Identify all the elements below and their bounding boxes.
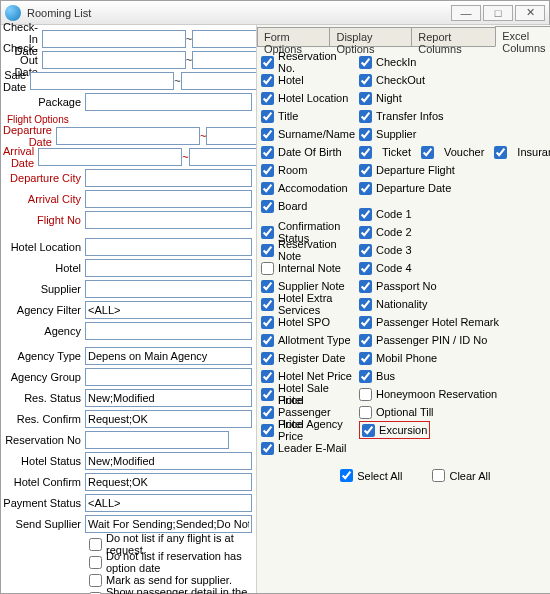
excel-col-checkbox[interactable]	[261, 370, 274, 383]
excel-col-checkbox[interactable]	[359, 244, 372, 257]
excel-col-checkbox[interactable]	[261, 280, 274, 293]
excel-col-checkbox[interactable]	[494, 146, 507, 159]
excel-col-item[interactable]: Code 4	[359, 259, 550, 277]
excel-col-checkbox[interactable]	[359, 316, 372, 329]
excel-col-checkbox[interactable]	[261, 244, 274, 257]
excel-col-checkbox[interactable]	[261, 406, 274, 419]
paystatus-input[interactable]	[85, 494, 252, 512]
excel-col-item[interactable]: Bus	[359, 367, 550, 385]
checkin-from[interactable]	[42, 30, 186, 48]
excel-col-item[interactable]: Code 2	[359, 223, 550, 241]
select-all-checkbox[interactable]	[340, 469, 353, 482]
excel-col-checkbox[interactable]	[359, 334, 372, 347]
excel-col-item[interactable]: CheckIn	[359, 53, 550, 71]
tab-excel-columns[interactable]: Excel Columns	[495, 26, 550, 47]
excel-col-item[interactable]: Supplier	[359, 125, 550, 143]
resconfirm-input[interactable]	[85, 410, 252, 428]
excel-col-item[interactable]: Title	[261, 107, 355, 125]
excel-col-checkbox[interactable]	[359, 388, 372, 401]
excel-col-item[interactable]: Allotment Type	[261, 331, 355, 349]
chk-no-option-date[interactable]	[89, 556, 102, 569]
excel-col-checkbox[interactable]	[421, 146, 434, 159]
excel-col-checkbox[interactable]	[261, 442, 274, 455]
excel-col-checkbox[interactable]	[261, 92, 274, 105]
excel-col-checkbox[interactable]	[261, 128, 274, 141]
excel-col-checkbox[interactable]	[359, 164, 372, 177]
hotel-input[interactable]	[85, 259, 252, 277]
excel-col-checkbox[interactable]	[359, 262, 372, 275]
excel-col-item[interactable]: Transfer Infos	[359, 107, 550, 125]
excel-col-checkbox[interactable]	[359, 370, 372, 383]
arrcity-input[interactable]	[85, 190, 252, 208]
excel-col-checkbox[interactable]	[261, 298, 274, 311]
excel-col-item[interactable]: Mobil Phone	[359, 349, 550, 367]
excel-col-item[interactable]: Code 1	[359, 205, 550, 223]
supplier-input[interactable]	[85, 280, 252, 298]
excel-col-checkbox[interactable]	[261, 56, 274, 69]
depdate-from[interactable]	[56, 127, 200, 145]
excel-col-item[interactable]: Room	[261, 161, 355, 179]
excel-col-checkbox[interactable]	[359, 182, 372, 195]
select-all-button[interactable]: Select All	[340, 469, 402, 482]
excel-col-checkbox[interactable]	[261, 164, 274, 177]
excel-col-checkbox[interactable]	[261, 182, 274, 195]
excel-col-item[interactable]: Leader E-Mail	[261, 439, 355, 457]
excel-col-checkbox[interactable]	[359, 208, 372, 221]
excel-col-checkbox[interactable]	[359, 226, 372, 239]
hotelloc-input[interactable]	[85, 238, 252, 256]
excel-col-checkbox[interactable]	[362, 424, 375, 437]
agtype-input[interactable]	[85, 347, 252, 365]
excel-col-checkbox[interactable]	[261, 334, 274, 347]
excel-col-checkbox[interactable]	[359, 146, 372, 159]
flightno-input[interactable]	[85, 211, 252, 229]
checkout-from[interactable]	[42, 51, 186, 69]
minimize-button[interactable]: —	[451, 5, 481, 21]
excel-col-checkbox[interactable]	[261, 316, 274, 329]
excel-col-item[interactable]: Hotel Extra Services	[261, 295, 355, 313]
excel-col-item[interactable]: Excursion	[359, 421, 430, 439]
excel-col-item[interactable]: Passenger PIN / ID No	[359, 331, 550, 349]
excel-col-item[interactable]: Passenger Hotel Remark	[359, 313, 550, 331]
excel-col-item[interactable]: Reservation No.	[261, 53, 355, 71]
tab-display-options[interactable]: Display Options	[329, 27, 412, 46]
excel-col-checkbox[interactable]	[261, 110, 274, 123]
tab-report-columns[interactable]: Report Columns	[411, 27, 496, 46]
excel-col-checkbox[interactable]	[359, 74, 372, 87]
excel-col-checkbox[interactable]	[261, 74, 274, 87]
excel-col-item[interactable]: Date Of Birth	[261, 143, 355, 161]
excel-col-checkbox[interactable]	[359, 298, 372, 311]
resstatus-input[interactable]	[85, 389, 252, 407]
chk-mark-send[interactable]	[89, 574, 102, 587]
hotstatus-input[interactable]	[85, 452, 252, 470]
depcity-input[interactable]	[85, 169, 252, 187]
package-input[interactable]	[85, 93, 252, 111]
excel-col-checkbox[interactable]	[359, 56, 372, 69]
excel-col-checkbox[interactable]	[359, 92, 372, 105]
excel-col-checkbox[interactable]	[261, 146, 274, 159]
excel-col-item[interactable]: Departure Flight	[359, 161, 550, 179]
maximize-button[interactable]: □	[483, 5, 513, 21]
excel-col-checkbox[interactable]	[261, 352, 274, 365]
close-window-button[interactable]: ✕	[515, 5, 545, 21]
aggroup-input[interactable]	[85, 368, 252, 386]
agfilter-input[interactable]	[85, 301, 252, 319]
clear-all-button[interactable]: Clear All	[432, 469, 490, 482]
excel-col-item[interactable]: Honeymoon Reservation	[359, 385, 550, 403]
excel-col-checkbox[interactable]	[359, 128, 372, 141]
arrdate-from[interactable]	[38, 148, 182, 166]
excel-col-item[interactable]: Hotel Location	[261, 89, 355, 107]
resno-input[interactable]	[85, 431, 229, 449]
excel-col-item[interactable]: Code 3	[359, 241, 550, 259]
excel-col-checkbox[interactable]	[359, 280, 372, 293]
excel-col-checkbox[interactable]	[261, 424, 274, 437]
excel-col-item[interactable]: Optional Till	[359, 403, 550, 421]
excel-col-item[interactable]: Reservation Note	[261, 241, 355, 259]
excel-col-item[interactable]: Nationality	[359, 295, 550, 313]
excel-col-checkbox[interactable]	[261, 200, 274, 213]
agency-input[interactable]	[85, 322, 252, 340]
excel-col-checkbox[interactable]	[261, 226, 274, 239]
saledate-from[interactable]	[30, 72, 174, 90]
excel-col-checkbox[interactable]	[359, 110, 372, 123]
tab-form-options[interactable]: Form Options	[257, 27, 330, 46]
excel-col-item[interactable]: Surname/Name	[261, 125, 355, 143]
